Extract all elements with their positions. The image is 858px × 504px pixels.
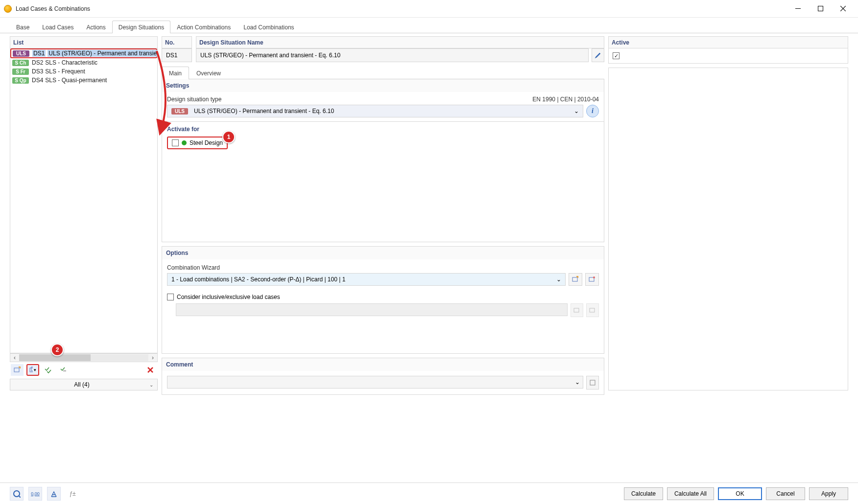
minimize-button[interactable] [786, 1, 809, 16]
main-tabstrip: Base Load Cases Actions Design Situation… [0, 20, 858, 33]
svg-rect-7 [574, 308, 579, 312]
footer-bar: 0,00 ƒ± Calculate Calculate All OK Cance… [0, 482, 858, 504]
status-dot-icon [182, 140, 187, 145]
tab-design-situations[interactable]: Design Situations [112, 21, 170, 33]
chevron-down-icon: ▾ [34, 367, 36, 372]
callout-1: 1 [222, 131, 235, 143]
tab-action-combinations[interactable]: Action Combinations [170, 21, 237, 33]
edit-wizard-button[interactable] [585, 273, 599, 286]
no-input[interactable] [162, 48, 192, 62]
preview-panel [608, 68, 848, 390]
close-button[interactable] [832, 1, 854, 16]
svg-point-6 [593, 276, 595, 278]
consider-label: Consider inclusive/exclusive load cases [177, 294, 280, 300]
list-filter-select[interactable]: All (4) ⌄ [10, 379, 158, 390]
scroll-right-arrow[interactable]: › [148, 354, 157, 362]
tab-load-combinations[interactable]: Load Combinations [237, 21, 300, 33]
copy-item-button[interactable]: ▾ [26, 364, 39, 376]
scroll-left-arrow[interactable]: ‹ [10, 354, 19, 362]
info-button[interactable]: i [586, 105, 599, 117]
situation-code: DS2 [32, 59, 43, 66]
edit-inc-exc-button [586, 303, 599, 317]
settings-type-label: Design situation type [167, 96, 221, 103]
situation-name: SLS - Frequent [45, 68, 85, 75]
combination-wizard-label: Combination Wizard [167, 264, 599, 271]
design-situation-list[interactable]: ULS DS1 ULS (STR/GEO) - Permanent and tr… [10, 48, 158, 353]
list-item[interactable]: ULS DS1 ULS (STR/GEO) - Permanent and tr… [10, 48, 157, 58]
edit-name-button[interactable] [592, 48, 604, 62]
consider-checkbox[interactable] [167, 294, 174, 300]
no-field[interactable] [166, 49, 188, 62]
combination-wizard-select[interactable]: 1 - Load combinations | SA2 - Second-ord… [167, 273, 566, 286]
settings-header: Settings [162, 79, 604, 92]
calculate-all-button[interactable]: Calculate All [667, 487, 714, 500]
structure-button[interactable] [47, 487, 61, 501]
steel-design-checkbox[interactable] [172, 139, 179, 146]
situation-code: DS4 [32, 77, 43, 84]
comment-select[interactable]: ⌄ [167, 376, 583, 389]
svg-rect-9 [590, 380, 595, 385]
chevron-down-icon: ⌄ [149, 382, 153, 388]
svg-point-10 [14, 491, 20, 497]
situation-tag: S Fr [12, 69, 29, 75]
svg-rect-8 [590, 308, 595, 312]
subtab-main[interactable]: Main [162, 67, 189, 79]
design-situation-type-select[interactable]: ULS ULS (STR/GEO) - Permanent and transi… [167, 105, 583, 117]
active-header: Active [608, 36, 848, 48]
new-item-button[interactable] [11, 364, 24, 376]
situation-tag: ULS [13, 50, 29, 57]
tab-load-cases[interactable]: Load Cases [36, 21, 80, 33]
svg-rect-3 [31, 367, 33, 371]
situation-code: DS1 [32, 50, 46, 57]
uncheck-all-button[interactable] [58, 364, 71, 376]
chevron-down-icon: ⌄ [574, 108, 579, 115]
check-all-button[interactable] [42, 364, 55, 376]
function-button[interactable]: ƒ± [66, 487, 79, 501]
active-checkbox[interactable] [613, 52, 620, 59]
subtab-overview[interactable]: Overview [189, 67, 228, 79]
chevron-down-icon: ⌄ [556, 276, 561, 283]
combination-wizard-value: 1 - Load combinations | SA2 - Second-ord… [171, 276, 345, 283]
units-button[interactable]: 0,00 [28, 487, 42, 501]
dsname-input[interactable] [196, 48, 589, 62]
new-wizard-button[interactable] [569, 273, 582, 286]
type-tag: ULS [171, 108, 188, 115]
filter-value: All (4) [74, 381, 89, 388]
edit-comment-button[interactable] [586, 376, 599, 389]
callout-2: 2 [51, 344, 64, 356]
list-item[interactable]: S Fr DS3 SLS - Frequent [10, 67, 157, 76]
steel-design-label: Steel Design [190, 139, 223, 146]
settings-standard: EN 1990 | CEN | 2010-04 [532, 96, 599, 103]
type-value: ULS (STR/GEO) - Permanent and transient … [194, 108, 334, 115]
situation-name: SLS - Characteristic [45, 59, 97, 66]
delete-item-button[interactable] [144, 364, 157, 376]
cancel-button[interactable]: Cancel [766, 487, 805, 500]
options-header: Options [162, 247, 604, 259]
tab-actions[interactable]: Actions [80, 21, 112, 33]
list-toolbar: ▾ [10, 362, 158, 378]
subtab-strip: Main Overview [162, 66, 604, 79]
list-hscrollbar[interactable]: ‹ › [10, 353, 158, 362]
steel-design-checkbox-row[interactable]: Steel Design [167, 137, 228, 149]
calculate-button[interactable]: Calculate [624, 487, 663, 500]
comment-header: Comment [162, 358, 604, 371]
scroll-track[interactable] [19, 354, 148, 361]
maximize-button[interactable] [809, 1, 832, 16]
titlebar: Load Cases & Combinations [0, 0, 858, 18]
apply-button[interactable]: Apply [809, 487, 848, 500]
situation-name: SLS - Quasi-permanent [45, 77, 107, 84]
situation-name: ULS (STR/GEO) - Permanent and transient … [48, 50, 158, 57]
help-button[interactable] [10, 487, 24, 501]
svg-rect-0 [818, 6, 823, 11]
svg-rect-1 [14, 368, 19, 372]
list-item[interactable]: S Qp DS4 SLS - Quasi-permanent [10, 76, 157, 85]
chevron-down-icon: ⌄ [575, 379, 580, 386]
list-item[interactable]: S Ch DS2 SLS - Characteristic [10, 58, 157, 67]
dsname-field[interactable] [200, 49, 584, 62]
inclusive-exclusive-select [176, 303, 568, 316]
window-title: Load Cases & Combinations [16, 5, 786, 12]
svg-rect-4 [572, 277, 577, 281]
ok-button[interactable]: OK [718, 487, 762, 500]
tab-base[interactable]: Base [10, 21, 36, 33]
situation-code: DS3 [32, 68, 43, 75]
